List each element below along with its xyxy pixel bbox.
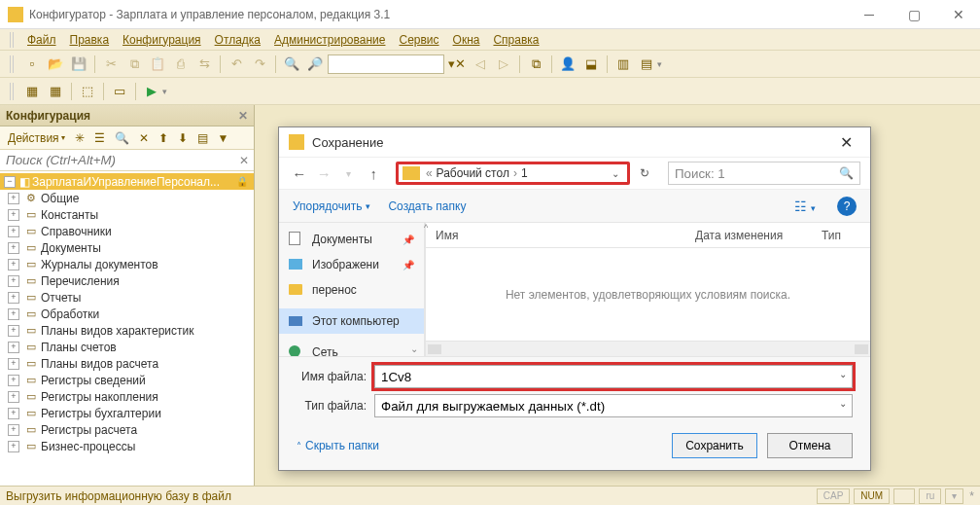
nav-back-icon[interactable]: ←: [289, 162, 309, 185]
expand-icon[interactable]: +: [8, 441, 19, 452]
sidebar-item[interactable]: Документы📌: [279, 227, 424, 252]
expand-icon[interactable]: +: [8, 408, 19, 419]
col-name[interactable]: ^Имя: [426, 229, 685, 242]
tree-item[interactable]: +▭Регистры расчета: [0, 421, 254, 438]
actions-menu[interactable]: Действия▾: [4, 129, 69, 147]
search-dropdown-icon[interactable]: ▾✕: [446, 54, 468, 75]
breadcrumb[interactable]: « Рабочий стол › 1 ⌄: [396, 162, 630, 185]
tree-item[interactable]: +▭Константы: [0, 206, 254, 223]
tree-item[interactable]: +▭Планы счетов: [0, 339, 254, 355]
tree-item[interactable]: +⚙Общие: [0, 190, 254, 206]
tree-item[interactable]: +▭Журналы документов: [0, 256, 254, 272]
sidebar-scroll-icon[interactable]: ⌄: [410, 343, 418, 354]
run-icon[interactable]: ▶: [141, 81, 162, 102]
status-dropdown-icon[interactable]: ▾: [945, 488, 963, 504]
run-dropdown-icon[interactable]: ▾: [162, 87, 167, 96]
filetype-select[interactable]: [374, 394, 853, 417]
action-icon-3[interactable]: 🔍: [111, 129, 133, 147]
menu-file[interactable]: Файл: [21, 31, 62, 49]
tree-item[interactable]: +▭Регистры накопления: [0, 388, 254, 405]
props-icon[interactable]: ⬓: [580, 54, 602, 75]
col-type[interactable]: Тип: [812, 229, 870, 242]
crumb-desktop[interactable]: Рабочий стол: [433, 166, 513, 180]
sidebar-item[interactable]: Этот компьютер: [279, 308, 424, 334]
expand-icon[interactable]: +: [8, 375, 19, 386]
hide-folders-toggle[interactable]: ˄ Скрыть папки: [297, 439, 379, 452]
breadcrumb-dropdown-icon[interactable]: ⌄: [606, 168, 625, 179]
sidebar-item[interactable]: Сеть: [279, 340, 424, 356]
expand-icon[interactable]: +: [8, 358, 19, 370]
dialog-close-button[interactable]: ✕: [831, 130, 860, 154]
panel-search-clear-icon[interactable]: ✕: [234, 150, 254, 170]
menu-debug[interactable]: Отладка: [209, 31, 266, 49]
dialog-search[interactable]: 🔍: [668, 162, 860, 185]
expand-icon[interactable]: +: [8, 424, 19, 436]
action-icon-1[interactable]: ✳: [71, 129, 88, 147]
tree-item[interactable]: +▭Бизнес-процессы: [0, 438, 254, 454]
tree-item[interactable]: +▭Обработки: [0, 306, 254, 322]
expand-icon[interactable]: +: [8, 308, 19, 320]
open-icon[interactable]: 📂: [45, 54, 66, 75]
minimize-button[interactable]: ─: [856, 5, 883, 24]
expand-icon[interactable]: +: [8, 275, 19, 287]
menu-edit[interactable]: Правка: [64, 31, 116, 49]
sidebar-item[interactable]: перенос: [279, 277, 424, 303]
menu-administration[interactable]: Администрирование: [268, 31, 391, 49]
sidebar-item[interactable]: Изображени📌: [279, 252, 424, 277]
filename-input[interactable]: [374, 365, 853, 388]
expand-icon[interactable]: +: [8, 325, 19, 337]
col-date[interactable]: Дата изменения: [685, 229, 812, 242]
tree-item[interactable]: +▭Планы видов характеристик: [0, 322, 254, 339]
tree-root[interactable]: − ◧ ЗарплатаИУправлениеПерсонал... 🔒: [0, 173, 254, 190]
tree-item[interactable]: +▭Отчеты: [0, 289, 254, 306]
calendar-icon[interactable]: ▥: [612, 54, 634, 75]
cancel-button[interactable]: Отмена: [767, 433, 853, 458]
action-icon-6[interactable]: ⬇: [174, 129, 192, 147]
tree-item[interactable]: +▭Справочники: [0, 223, 254, 239]
tree-item[interactable]: +▭Регистры бухгалтерии: [0, 405, 254, 421]
new-icon[interactable]: ▫: [21, 54, 43, 75]
expand-icon[interactable]: +: [8, 292, 19, 304]
action-icon-7[interactable]: ▤: [193, 129, 212, 147]
expand-icon[interactable]: +: [8, 193, 19, 204]
organize-menu[interactable]: Упорядочить ▾: [293, 199, 370, 213]
horizontal-scrollbar[interactable]: [426, 341, 870, 356]
tree-item[interactable]: +▭Планы видов расчета: [0, 355, 254, 372]
dialog-search-input[interactable]: [675, 166, 839, 181]
help-icon[interactable]: ?: [837, 197, 857, 216]
syntax-assistant-icon[interactable]: 👤: [557, 54, 578, 75]
save-button[interactable]: Сохранить: [672, 433, 757, 458]
action-icon-4[interactable]: ✕: [135, 129, 153, 147]
menu-windows[interactable]: Окна: [447, 31, 486, 49]
toolbar-dropdown-icon[interactable]: ▾: [657, 59, 662, 69]
nav-up-icon[interactable]: ↑: [363, 162, 383, 185]
menu-service[interactable]: Сервис: [393, 31, 444, 49]
toolbar-search-input[interactable]: [328, 54, 444, 74]
crumb-folder[interactable]: 1: [517, 166, 532, 180]
expand-icon[interactable]: +: [8, 226, 19, 237]
calc-icon[interactable]: ▤: [636, 54, 657, 75]
copy2-icon[interactable]: ⧉: [525, 54, 546, 75]
tb2-icon-2[interactable]: ▦: [45, 81, 66, 102]
config-tree[interactable]: − ◧ ЗарплатаИУправлениеПерсонал... 🔒 +⚙О…: [0, 171, 254, 486]
expand-icon[interactable]: +: [8, 342, 19, 353]
close-button[interactable]: ✕: [945, 5, 972, 24]
expand-icon[interactable]: +: [8, 391, 19, 403]
action-icon-8[interactable]: ▼: [214, 129, 233, 147]
action-icon-5[interactable]: ⬆: [155, 129, 172, 147]
expand-icon[interactable]: +: [8, 242, 19, 254]
refresh-icon[interactable]: ↻: [634, 166, 656, 180]
menu-help[interactable]: Справка: [487, 31, 544, 49]
panel-close-icon[interactable]: ✕: [238, 109, 248, 123]
find-icon[interactable]: 🔍: [281, 54, 302, 75]
action-icon-2[interactable]: ☰: [90, 129, 109, 147]
view-mode-icon[interactable]: ☷ ▾: [790, 198, 820, 214]
tb2-icon-1[interactable]: ▦: [21, 81, 43, 102]
panel-search-input[interactable]: [0, 150, 234, 170]
expand-icon[interactable]: +: [8, 209, 19, 221]
tree-item[interactable]: +▭Документы: [0, 239, 254, 256]
maximize-button[interactable]: ▢: [900, 5, 928, 24]
new-folder-button[interactable]: Создать папку: [388, 199, 466, 213]
tree-item[interactable]: +▭Перечисления: [0, 272, 254, 289]
zoom-icon[interactable]: 🔎: [304, 54, 326, 75]
